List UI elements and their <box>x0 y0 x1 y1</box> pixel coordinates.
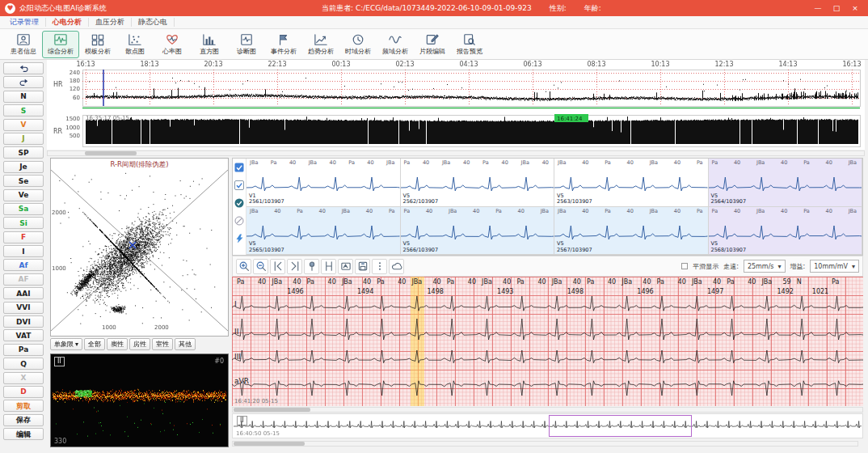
template-tool-checkbox-checked[interactable] <box>234 163 244 174</box>
tool-trend[interactable]: 趋势分析 <box>302 31 339 58</box>
speed-select[interactable]: 25mm/s ▾ <box>744 260 786 273</box>
template-cell[interactable]: JBa40Pa40JBa40PaV52563/103907 <box>554 159 709 207</box>
smooth-display-checkbox[interactable] <box>681 263 688 269</box>
page-last-button[interactable] <box>287 259 302 274</box>
rhythm-scroll-thumb[interactable] <box>234 442 305 446</box>
rhythm-strip[interactable]: II 16:40:50 05-15 <box>232 413 863 438</box>
beat-type-button-F[interactable]: F <box>3 231 44 243</box>
filter-button-室性[interactable]: 室性 <box>152 338 173 350</box>
ecg-scroll-thumb[interactable] <box>234 408 310 412</box>
template-cell[interactable]: Pa40JBa40Pa40JBaV52566/103907 <box>401 207 555 256</box>
beat-type-button-Ve[interactable]: Ve <box>3 189 44 201</box>
tool-report-preview[interactable]: 报告预览 <box>451 31 488 58</box>
minimize-button[interactable]: — <box>810 2 826 14</box>
menu-tab-静态心电[interactable]: 静态心电 <box>132 18 175 27</box>
quadrant-select[interactable]: 单象限▾ <box>50 338 82 350</box>
menu-tab-记录管理[interactable]: 记录管理 <box>3 18 46 27</box>
tool-template[interactable]: 模板分析 <box>79 31 116 58</box>
ecg-horizontal-scrollbar[interactable] <box>232 407 863 413</box>
undo-arrow-button[interactable] <box>3 62 44 74</box>
beat-type-button-AF[interactable]: AF <box>3 273 44 286</box>
gain-select[interactable]: 10mm/mV ▾ <box>810 260 859 273</box>
template-cell[interactable]: Pa40JBa40Pa40JBaV52564/103907 <box>709 159 863 207</box>
template-tool-checkbox[interactable] <box>234 180 244 192</box>
template-cell[interactable]: JBa40Pa40JBa40PaV52567/103907 <box>554 207 709 256</box>
annotation-token: JBa <box>650 208 658 214</box>
beat-type-button-VAT[interactable]: VAT <box>3 329 44 341</box>
redo-arrow-button[interactable] <box>3 76 44 88</box>
poincare-scatter-plot[interactable] <box>51 170 228 332</box>
template-cell[interactable]: Pa40JBa40Pa40JBaV52568/103907 <box>709 207 863 256</box>
page-first-button[interactable] <box>270 259 285 274</box>
maximize-button[interactable]: □ <box>828 2 845 14</box>
top-charts-scrollbar[interactable] <box>47 150 865 156</box>
beat-type-button-保存[interactable]: 保存 <box>3 414 44 426</box>
beat-type-button-Se[interactable]: Se <box>3 175 44 187</box>
lead-label: aVR <box>234 377 249 385</box>
beat-type-button-SP[interactable]: SP <box>3 146 44 159</box>
beat-type-button-Si[interactable]: Si <box>3 217 44 229</box>
tool-diagnosis[interactable]: 诊断图 <box>228 31 265 58</box>
top-charts-scroll-thumb[interactable] <box>85 151 137 155</box>
beat-type-button-Af[interactable]: Af <box>3 259 44 271</box>
close-button[interactable]: × <box>847 2 863 14</box>
more-button[interactable] <box>372 259 387 274</box>
tool-heart-rate[interactable]: 心率图 <box>154 31 191 58</box>
filter-button-其他[interactable]: 其他 <box>175 338 196 350</box>
beat-type-button-S[interactable]: S <box>3 104 44 116</box>
rhythm-scrollbar[interactable] <box>232 441 858 447</box>
template-tool-circle-slash[interactable] <box>234 216 244 227</box>
app-logo-icon: ♥ <box>5 3 15 14</box>
beat-type-button-编辑[interactable]: 编辑 <box>3 428 44 440</box>
beat-type-button-J[interactable]: J <box>3 133 44 145</box>
zoom-in-button[interactable] <box>236 259 251 274</box>
filter-button-房性[interactable]: 房性 <box>129 338 150 350</box>
template-label: V52568/103907 <box>711 241 747 253</box>
beat-type-button-AAI[interactable]: AAI <box>3 287 44 299</box>
rhythm-selection-box[interactable] <box>549 415 692 437</box>
tool-comprehensive[interactable]: 综合分析 <box>42 31 79 58</box>
menu-tab-血压分析[interactable]: 血压分析 <box>89 18 132 27</box>
template-tool-lightning[interactable] <box>234 234 244 245</box>
tool-segment-edit[interactable]: 片段编辑 <box>414 31 451 58</box>
beat-type-button-Q[interactable]: Q <box>3 358 44 370</box>
cloud-button[interactable] <box>389 259 404 274</box>
beat-type-button-DVI[interactable]: DVI <box>3 315 44 328</box>
tool-scatter[interactable]: 散点图 <box>116 31 154 58</box>
save-button[interactable] <box>355 259 370 274</box>
event-icon <box>276 33 291 46</box>
template-cell[interactable]: JBa40Pa40JBa40PaV52565/103907 <box>246 207 401 256</box>
beat-type-button-V[interactable]: V <box>3 119 44 131</box>
beat-type-button-Sa[interactable]: Sa <box>3 203 44 215</box>
template-tool-circle-check[interactable] <box>234 198 244 210</box>
caliper-button[interactable] <box>321 259 336 274</box>
filter-button-窦性[interactable]: 窦性 <box>107 338 128 350</box>
beat-type-button-VVI[interactable]: VVI <box>3 302 44 314</box>
tool-freq-domain[interactable]: 频域分析 <box>377 31 414 58</box>
filter-button-全部[interactable]: 全部 <box>84 338 105 350</box>
pin-button[interactable] <box>304 259 319 274</box>
annotation-token: Pa <box>482 159 489 166</box>
annotation-token: 40 <box>582 159 588 166</box>
beat-type-button-D[interactable]: D <box>3 386 44 398</box>
tool-time-domain[interactable]: 时域分析 <box>339 31 377 58</box>
menu-tab-心电分析[interactable]: 心电分析 <box>46 18 89 27</box>
beat-type-button-N[interactable]: N <box>3 91 44 103</box>
rr-tachogram-chart[interactable] <box>47 113 865 150</box>
beat-type-button-Je[interactable]: Je <box>3 161 44 173</box>
tool-event[interactable]: 事件分析 <box>265 31 302 58</box>
color-spectrogram[interactable] <box>51 354 228 447</box>
beat-type-button-剪取[interactable]: 剪取 <box>3 400 44 412</box>
annotate-button[interactable] <box>338 259 353 274</box>
beat-type-button-I[interactable]: I <box>3 245 44 257</box>
zoom-out-button[interactable] <box>253 259 268 274</box>
template-annotations: JBaPa40JBa40Pa40JBa <box>246 159 400 166</box>
hr-trend-chart[interactable] <box>47 60 865 113</box>
tool-histogram[interactable]: 直方图 <box>191 31 228 58</box>
template-cell[interactable]: JBaPa40JBa40Pa40JBaV12561/103907 <box>246 159 401 207</box>
ecg-leads-view[interactable]: 16:41:20 05-15 Pa40JBa40Pa40JBa40Pa40JBa… <box>232 277 863 406</box>
beat-type-button-X[interactable]: X <box>3 372 44 384</box>
tool-patient-info[interactable]: 患者信息 <box>5 31 42 58</box>
beat-type-button-Pa[interactable]: Pa <box>3 344 44 356</box>
template-cell[interactable]: Pa40JBa40Pa40JBa40V52562/103907 <box>401 159 555 207</box>
